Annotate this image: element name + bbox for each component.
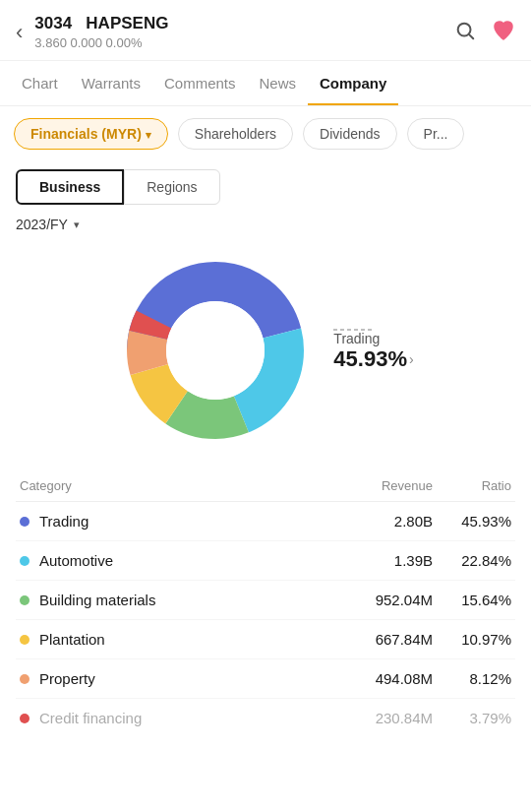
legend-chevron-icon: › (409, 351, 414, 367)
favorite-icon[interactable] (492, 19, 515, 46)
donut-svg (117, 252, 314, 449)
table-row[interactable]: Automotive 1.39B 22.84% (16, 541, 515, 581)
chart-label: Trading 45.93% › (333, 329, 413, 372)
donut-chart (117, 252, 314, 449)
row-name-trading: Trading (20, 513, 267, 530)
row-dot-plantation (20, 635, 30, 645)
row-dot-building_materials (20, 595, 30, 605)
stock-name: HAPSENG (86, 14, 168, 32)
sub-tabs: Financials (MYR)▾ Shareholders Dividends… (0, 106, 531, 161)
row-name-credit_financing: Credit financing (20, 710, 267, 726)
row-name-automotive: Automotive (20, 552, 267, 569)
row-name-plantation: Plantation (20, 631, 267, 648)
sub-tab-dividends[interactable]: Dividends (303, 118, 396, 150)
header-icons (454, 19, 515, 46)
sub-tab-profile[interactable]: Pr... (407, 118, 465, 150)
year-label: 2023/FY (16, 217, 68, 232)
row-ratio-trading: 45.93% (433, 513, 511, 530)
table-row[interactable]: Building materials 952.04M 15.64% (16, 581, 515, 620)
row-name-property: Property (20, 670, 267, 687)
header-category: Category (20, 478, 267, 493)
row-dot-property (20, 674, 30, 684)
row-dot-credit_financing (20, 714, 30, 723)
tab-company[interactable]: Company (308, 61, 398, 105)
back-button[interactable]: ‹ (16, 22, 23, 43)
stock-info: 3034 HAPSENG 3.860 0.000 0.00% (34, 14, 454, 50)
row-ratio-property: 8.12% (433, 670, 511, 687)
nav-tabs: Chart Warrants Comments News Company (0, 61, 531, 106)
tab-news[interactable]: News (248, 61, 309, 105)
legend-title: Trading (333, 331, 380, 346)
header: ‹ 3034 HAPSENG 3.860 0.000 0.00% (0, 0, 531, 61)
row-ratio-building_materials: 15.64% (433, 592, 511, 608)
header-revenue: Revenue (267, 478, 433, 493)
sub-tab-financials[interactable]: Financials (MYR)▾ (14, 118, 168, 150)
row-revenue-credit_financing: 230.84M (267, 710, 433, 726)
sub-tab-shareholders[interactable]: Shareholders (178, 118, 293, 150)
stock-code: 3034 (34, 14, 72, 32)
segment-toggle: Business Regions (0, 161, 531, 213)
donut-hole (166, 301, 265, 400)
row-dot-automotive (20, 556, 30, 566)
year-selector[interactable]: 2023/FY ▾ (0, 213, 531, 242)
tab-chart[interactable]: Chart (10, 61, 70, 105)
table-row[interactable]: Plantation 667.84M 10.97% (16, 620, 515, 659)
data-table: Category Revenue Ratio Trading 2.80B 45.… (0, 468, 531, 737)
svg-line-1 (469, 34, 473, 38)
tab-warrants[interactable]: Warrants (70, 61, 152, 105)
legend-value-row: 45.93% › (333, 346, 413, 372)
tab-comments[interactable]: Comments (152, 61, 248, 105)
row-dot-trading (20, 517, 30, 527)
table-row[interactable]: Property 494.08M 8.12% (16, 659, 515, 699)
row-revenue-plantation: 667.84M (267, 631, 433, 648)
row-revenue-building_materials: 952.04M (267, 592, 433, 608)
stock-price: 3.860 0.000 0.00% (34, 35, 454, 50)
stock-title: 3034 HAPSENG (34, 14, 454, 33)
row-ratio-automotive: 22.84% (433, 552, 511, 569)
row-name-building_materials: Building materials (20, 592, 267, 608)
row-revenue-property: 494.08M (267, 670, 433, 687)
row-revenue-automotive: 1.39B (267, 552, 433, 569)
row-ratio-credit_financing: 3.79% (433, 710, 511, 726)
year-arrow-icon: ▾ (74, 219, 80, 231)
search-icon[interactable] (454, 20, 476, 45)
legend-value: 45.93% (333, 346, 407, 372)
segment-business[interactable]: Business (16, 169, 124, 205)
table-header: Category Revenue Ratio (16, 468, 515, 502)
table-row[interactable]: Trading 2.80B 45.93% (16, 502, 515, 541)
table-rows: Trading 2.80B 45.93% Automotive 1.39B 22… (16, 502, 515, 737)
row-ratio-plantation: 10.97% (433, 631, 511, 648)
chart-area: Trading 45.93% › (0, 242, 531, 468)
header-ratio: Ratio (433, 478, 511, 493)
row-revenue-trading: 2.80B (267, 513, 433, 530)
segment-regions[interactable]: Regions (124, 169, 219, 205)
table-row[interactable]: Credit financing 230.84M 3.79% (16, 699, 515, 737)
